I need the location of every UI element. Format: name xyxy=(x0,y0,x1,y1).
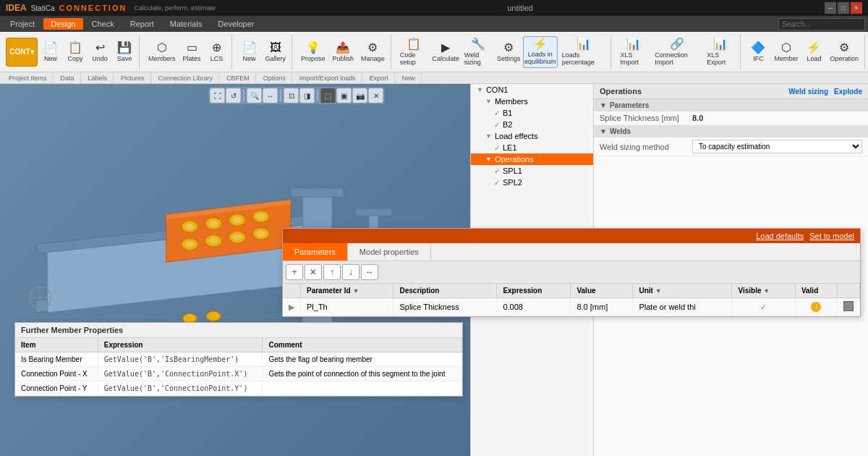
settings-button[interactable]: ⚙ Settings xyxy=(496,36,522,68)
tree-root[interactable]: ▼ CON1 xyxy=(471,84,593,96)
xls-import-button[interactable]: 📊 XLS Import xyxy=(617,36,650,68)
plates-button[interactable]: ▭ Plates xyxy=(180,36,204,68)
tree-members[interactable]: ▼ Members xyxy=(471,96,593,107)
col-expand xyxy=(283,284,301,298)
operation-button[interactable]: ⚙ Operation xyxy=(827,36,861,68)
vt-fit-btn[interactable]: ⛶ xyxy=(210,88,225,103)
row-actions[interactable] xyxy=(838,298,860,316)
params-tab-parameters[interactable]: Parameters xyxy=(283,243,348,261)
menu-item-report[interactable]: Report xyxy=(123,18,161,30)
vt-screenshot-btn[interactable]: 📷 xyxy=(353,88,367,103)
row-param-id[interactable]: Pl_Th xyxy=(301,298,393,316)
connection-import-button[interactable]: 🔗 Connection Import xyxy=(652,36,702,68)
svg-point-25 xyxy=(206,311,221,321)
close-button[interactable]: ✕ xyxy=(851,2,862,14)
gallery-button[interactable]: 🖼 Gallery xyxy=(263,36,289,68)
toolbar-group-labels: ⬡ Members ▭ Plates ⊕ LCS xyxy=(142,35,232,69)
vt-solid-btn[interactable]: ⬚ xyxy=(321,88,336,103)
ifc-button[interactable]: 🔷 IFC xyxy=(746,36,770,68)
vt-sep1 xyxy=(244,90,244,101)
section-export: Export xyxy=(364,72,395,83)
load-button[interactable]: ⚡ Load xyxy=(802,36,825,68)
params-tab-model-properties[interactable]: Model properties xyxy=(348,243,431,261)
members-button[interactable]: ⬡ Members xyxy=(145,36,179,68)
copy-button[interactable]: 📋 Copy xyxy=(64,36,87,68)
params-section-toggle[interactable]: ▼ xyxy=(600,101,607,109)
weld-sizing-dropdown[interactable]: To capacity estimation User defined xyxy=(692,140,862,153)
section-data: Data xyxy=(55,72,81,83)
code-setup-button[interactable]: 📋 Code setup xyxy=(397,36,430,68)
vt-pan-btn[interactable]: ↔ xyxy=(263,88,278,103)
tree-b2[interactable]: ✓ B2 xyxy=(471,119,593,130)
menu-item-project[interactable]: Project xyxy=(3,18,42,30)
search-input[interactable] xyxy=(778,18,865,30)
toolbar-group-pictures: 📄 New 🖼 Gallery xyxy=(235,35,293,69)
table-row[interactable]: ▶ Pl_Th Splice Thickness 0.008 8.0 [mm] … xyxy=(283,298,860,316)
fmp-item-1: Connection Point - X xyxy=(15,367,98,381)
new2-button[interactable]: 📄 New xyxy=(238,36,261,68)
vt-rotate-btn[interactable]: ↺ xyxy=(226,88,241,103)
vt-reset-btn[interactable]: ✕ xyxy=(369,88,383,103)
propose-button[interactable]: 💡 Propose xyxy=(298,36,328,68)
new-button[interactable]: 📄 New xyxy=(39,36,62,68)
minimize-button[interactable]: ─ xyxy=(825,2,836,14)
row-action-box[interactable] xyxy=(843,301,854,311)
move-down-button[interactable]: ↓ xyxy=(342,264,359,280)
vt-zoom-btn[interactable]: 🔍 xyxy=(247,88,262,103)
tree-spl1[interactable]: ✓ SPL1 xyxy=(471,165,593,177)
tree-b1-label: B1 xyxy=(503,109,512,117)
menu-item-check[interactable]: Check xyxy=(85,18,122,30)
xls-export-button[interactable]: 📊 XLS Export xyxy=(704,36,737,68)
welds-section-toggle[interactable]: ▼ xyxy=(600,127,607,135)
col-value: Value xyxy=(571,284,633,298)
new-icon: 📄 xyxy=(43,42,58,54)
explode-link[interactable]: Explode xyxy=(834,88,862,96)
tree-operations[interactable]: ▼ Operations xyxy=(471,153,593,165)
section-options: Options xyxy=(258,72,292,83)
set-to-model-button[interactable]: Set to model xyxy=(809,232,854,240)
move-up-button[interactable]: ↑ xyxy=(323,264,341,280)
manage-button[interactable]: ⚙ Manage xyxy=(358,36,388,68)
tree-le1[interactable]: ✓ LE1 xyxy=(471,142,593,153)
weld-sizing-link[interactable]: Weld sizing xyxy=(788,88,828,96)
lcs-button[interactable]: ⊕ LCS xyxy=(205,36,229,68)
loads-equilibrium-button[interactable]: ⚡ Loads inequilibrium xyxy=(523,36,558,68)
calculate-button[interactable]: ▶ Calculate xyxy=(432,36,460,68)
loads-pct-button[interactable]: 📊 Loads percentage xyxy=(559,36,608,68)
plates-icon: ▭ xyxy=(187,42,197,54)
weld-sizing-button[interactable]: 🔧 Weld sizing xyxy=(461,36,495,68)
tree-le-toggle: ▼ xyxy=(485,132,492,140)
maximize-button[interactable]: □ xyxy=(838,2,849,14)
vt-view-btn[interactable]: ◨ xyxy=(300,88,315,103)
visible-filter[interactable]: ▼ xyxy=(763,287,770,295)
tree-spl1-check: ✓ xyxy=(494,167,500,175)
tree-load-effects[interactable]: ▼ Load effects xyxy=(471,130,593,142)
welds-section-title: ▼ Welds xyxy=(594,125,868,138)
copy-icon: 📋 xyxy=(68,42,82,54)
member-button[interactable]: ⬡ Member xyxy=(771,36,801,68)
menu-item-developer[interactable]: Developer xyxy=(210,18,261,30)
save-button[interactable]: 💾 Save xyxy=(113,36,136,68)
publish-button[interactable]: 📤 Publish xyxy=(330,36,357,68)
cont-button[interactable]: CONT▾ xyxy=(6,38,38,67)
add-param-button[interactable]: + xyxy=(286,264,303,280)
tree-b1[interactable]: ✓ B1 xyxy=(471,107,593,119)
menu-item-materials[interactable]: Materials xyxy=(163,18,210,30)
menu-item-design[interactable]: Design xyxy=(43,18,82,30)
delete-param-button[interactable]: ✕ xyxy=(305,264,322,280)
link-button[interactable]: ↔ xyxy=(361,264,378,280)
unit-filter[interactable]: ▼ xyxy=(655,287,662,295)
load-defaults-button[interactable]: Load defaults xyxy=(756,232,804,240)
vt-sep3 xyxy=(318,90,318,101)
row-expression[interactable]: 0.008 xyxy=(497,298,571,316)
tree-b1-check: ✓ xyxy=(494,109,500,117)
undo-button[interactable]: ↩ Undo xyxy=(88,36,111,68)
tree-spl2-label: SPL2 xyxy=(503,178,522,187)
vt-wire-btn[interactable]: ▣ xyxy=(337,88,352,103)
code-icon: 📋 xyxy=(407,38,421,50)
row-expand[interactable]: ▶ xyxy=(283,298,301,316)
param-id-filter[interactable]: ▼ xyxy=(352,287,359,295)
tree-spl2[interactable]: ✓ SPL2 xyxy=(471,177,593,188)
vt-perspective-btn[interactable]: ⊡ xyxy=(284,88,299,103)
row-visible[interactable]: ✓ xyxy=(732,298,795,316)
